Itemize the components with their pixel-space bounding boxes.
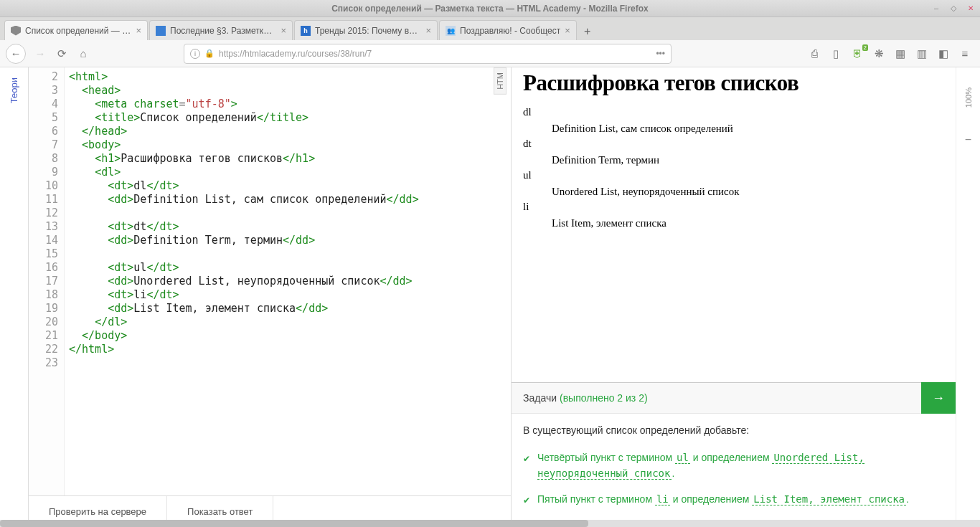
definition-list: dlDefinition List, сам список определени… bbox=[523, 106, 944, 229]
browser-tab[interactable]: h Тренды 2015: Почему всё б × bbox=[294, 20, 438, 40]
url-text: https://htmlacademy.ru/courses/38/run/7 bbox=[219, 49, 372, 59]
zoom-minus[interactable]: − bbox=[965, 133, 971, 146]
zoom-level[interactable]: 100% bbox=[964, 87, 973, 108]
shield-icon[interactable]: ⛨2 bbox=[851, 47, 864, 60]
horizontal-scrollbar[interactable] bbox=[0, 520, 980, 527]
urlbar-menu-icon[interactable]: ••• bbox=[656, 49, 665, 59]
preview-body: Расшифровка тегов списков dlDefinition L… bbox=[512, 67, 956, 382]
close-icon[interactable]: × bbox=[281, 25, 286, 36]
browser-navbar: ← → ⟳ ⌂ i 🔒 https://htmlacademy.ru/cours… bbox=[0, 40, 980, 67]
term: dl bbox=[523, 106, 944, 118]
square-icon[interactable]: ▦ bbox=[894, 47, 907, 60]
page-content: Теори HTM 234567891011121314151617181920… bbox=[0, 67, 980, 527]
preview-heading: Расшифровка тегов списков bbox=[523, 70, 944, 96]
tasks-header[interactable]: Задачи (выполнено 2 из 2) → bbox=[512, 382, 956, 414]
reload-button[interactable]: ⟳ bbox=[55, 47, 69, 61]
favicon: 👥 bbox=[446, 26, 456, 36]
toolbar-extensions: ⎙ ▯ ⛨2 ❋ ▦ ▥ ◧ ≡ bbox=[808, 47, 974, 60]
window-title: Список определений — Разметка текста — H… bbox=[331, 4, 649, 14]
check-icon: ✔ bbox=[523, 450, 530, 481]
tasks-label: Задачи bbox=[523, 392, 557, 404]
definition: List Item, элемент списка bbox=[552, 217, 944, 229]
browser-tab-active[interactable]: Список определений — Раз × bbox=[4, 20, 148, 40]
definition: Unordered List, неупорядоченный список bbox=[552, 186, 944, 198]
ext-icon[interactable]: ▥ bbox=[915, 47, 928, 60]
tasks-intro: В существующий список определений добавь… bbox=[523, 422, 944, 438]
info-icon[interactable]: i bbox=[190, 49, 200, 59]
term: li bbox=[523, 201, 944, 213]
reader-icon[interactable]: ▯ bbox=[829, 47, 842, 60]
library-icon[interactable]: ⎙ bbox=[808, 47, 821, 60]
lock-icon: 🔒 bbox=[204, 49, 215, 58]
term: ul bbox=[523, 169, 944, 181]
shield-icon bbox=[11, 26, 21, 36]
code-editor[interactable]: 234567891011121314151617181920212223 <ht… bbox=[29, 67, 511, 495]
os-titlebar: Список определений — Разметка текста — H… bbox=[0, 0, 980, 17]
tasks-done: (выполнено 2 из 2) bbox=[560, 392, 648, 404]
favicon: h bbox=[301, 26, 311, 36]
url-bar[interactable]: i 🔒 https://htmlacademy.ru/courses/38/ru… bbox=[184, 44, 672, 64]
check-icon: ✔ bbox=[523, 491, 530, 508]
back-button[interactable]: ← bbox=[6, 44, 26, 64]
definition: Definition List, сам список определений bbox=[552, 123, 944, 135]
close-icon[interactable]: × bbox=[565, 25, 570, 36]
preview-pane: Расшифровка тегов списков dlDefinition L… bbox=[511, 67, 956, 527]
browser-tabstrip: Список определений — Раз × Последние §3.… bbox=[0, 17, 980, 40]
forward-button[interactable]: → bbox=[33, 47, 47, 61]
editor-file-tab[interactable]: HTM bbox=[494, 67, 511, 95]
favicon bbox=[156, 26, 166, 36]
tasks-body: В существующий список определений добавь… bbox=[512, 414, 956, 527]
task-item: ✔ Четвёртый пункт с термином ul и опреде… bbox=[523, 450, 944, 481]
editor-pane: HTM 234567891011121314151617181920212223… bbox=[29, 67, 511, 527]
browser-tab[interactable]: 👥 Поздравляю! - Сообщест × bbox=[439, 20, 577, 40]
task-item: ✔ Пятый пункт с термином li и определени… bbox=[523, 491, 944, 508]
home-button[interactable]: ⌂ bbox=[76, 47, 90, 61]
close-icon[interactable]: × bbox=[136, 25, 141, 36]
window-maximize[interactable] bbox=[948, 3, 958, 13]
definition: Definition Term, термин bbox=[552, 154, 944, 166]
colorful-icon[interactable]: ◧ bbox=[937, 47, 950, 60]
line-gutter: 234567891011121314151617181920212223 bbox=[29, 67, 65, 495]
menu-icon[interactable]: ≡ bbox=[958, 47, 971, 60]
term: dt bbox=[523, 138, 944, 150]
browser-tab[interactable]: Последние §3. Разметка те × bbox=[149, 20, 293, 40]
code-body[interactable]: <html> <head> <meta charset="utf-8"> <ti… bbox=[65, 67, 419, 495]
zoom-sidebar: 100% − bbox=[956, 67, 980, 527]
next-button[interactable]: → bbox=[921, 382, 956, 414]
theory-sidebar[interactable]: Теори bbox=[0, 67, 29, 527]
new-tab-button[interactable]: + bbox=[578, 23, 597, 40]
window-minimize[interactable] bbox=[931, 3, 941, 13]
window-close[interactable] bbox=[966, 3, 976, 13]
paw-icon[interactable]: ❋ bbox=[872, 47, 885, 60]
close-icon[interactable]: × bbox=[425, 25, 431, 36]
